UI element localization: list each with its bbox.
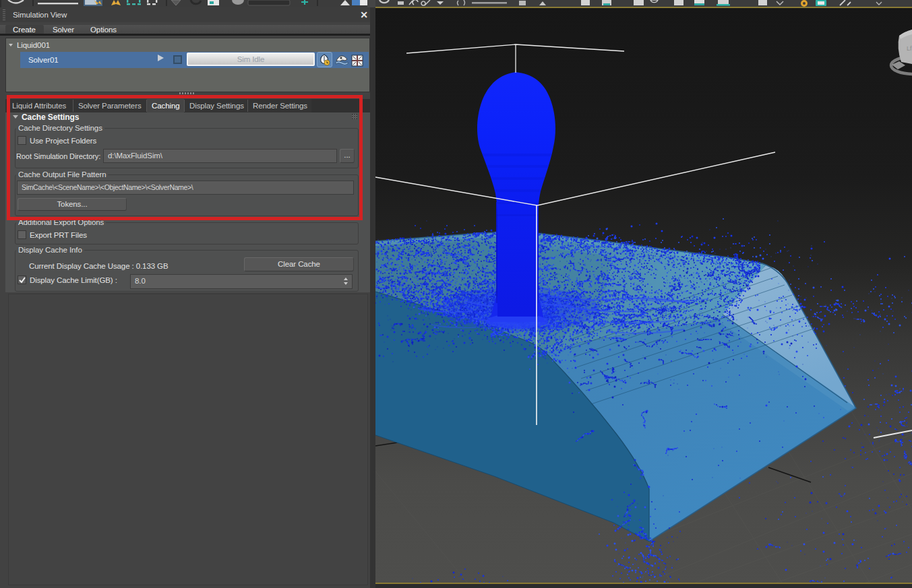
svg-text:Lf: Lf (907, 45, 912, 52)
